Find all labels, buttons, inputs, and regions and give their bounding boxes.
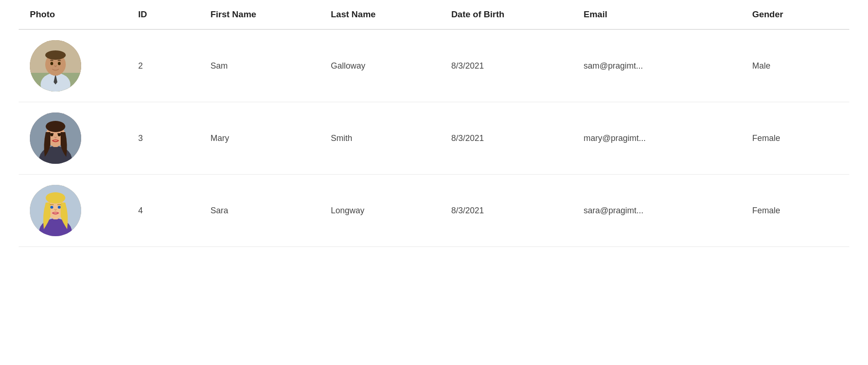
cell-id: 2: [127, 29, 199, 102]
avatar: [30, 185, 81, 236]
avatar: [30, 40, 81, 91]
cell-dob: 8/3/2021: [440, 175, 572, 247]
svg-point-23: [58, 206, 61, 209]
table-row[interactable]: 3MarySmith8/3/2021mary@pragimt...Female: [19, 102, 849, 175]
cell-gender: Female: [741, 175, 849, 247]
col-header-gender: Gender: [741, 0, 849, 29]
cell-email: mary@pragimt...: [572, 102, 741, 175]
cell-photo: [19, 102, 127, 175]
data-table: Photo ID First Name Last Name Date of Bi…: [19, 0, 849, 247]
cell-dob: 8/3/2021: [440, 102, 572, 175]
table-header-row: Photo ID First Name Last Name Date of Bi…: [19, 0, 849, 29]
svg-point-9: [48, 67, 63, 75]
col-header-lastname: Last Name: [319, 0, 440, 29]
cell-lastname: Galloway: [319, 29, 440, 102]
cell-gender: Male: [741, 29, 849, 102]
svg-point-21: [46, 192, 65, 204]
svg-point-8: [58, 62, 61, 65]
cell-firstname: Sam: [199, 29, 319, 102]
col-header-email: Email: [572, 0, 741, 29]
cell-photo: [19, 175, 127, 247]
avatar: [30, 112, 81, 164]
svg-point-22: [50, 206, 53, 209]
main-container: Photo ID First Name Last Name Date of Bi…: [0, 0, 868, 365]
table-row[interactable]: 4SaraLongway8/3/2021sara@pragimt...Femal…: [19, 175, 849, 247]
cell-email: sara@pragimt...: [572, 175, 741, 247]
cell-dob: 8/3/2021: [440, 29, 572, 102]
svg-point-7: [50, 62, 53, 65]
cell-lastname: Smith: [319, 102, 440, 175]
svg-point-14: [46, 121, 65, 132]
cell-firstname: Sara: [199, 175, 319, 247]
cell-lastname: Longway: [319, 175, 440, 247]
col-header-photo: Photo: [19, 0, 127, 29]
cell-firstname: Mary: [199, 102, 319, 175]
col-header-dob: Date of Birth: [440, 0, 572, 29]
cell-gender: Female: [741, 102, 849, 175]
cell-photo: [19, 29, 127, 102]
col-header-id: ID: [127, 0, 199, 29]
table-row[interactable]: 2SamGalloway8/3/2021sam@pragimt...Male: [19, 29, 849, 102]
svg-point-6: [45, 50, 66, 60]
cell-id: 4: [127, 175, 199, 247]
cell-email: sam@pragimt...: [572, 29, 741, 102]
col-header-firstname: First Name: [199, 0, 319, 29]
cell-id: 3: [127, 102, 199, 175]
